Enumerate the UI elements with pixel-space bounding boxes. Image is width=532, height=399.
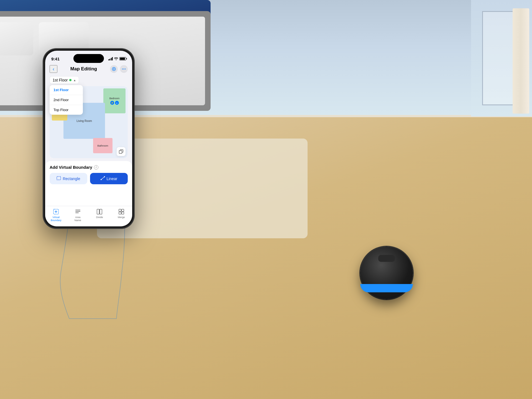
area-name-icon <box>75 208 81 215</box>
robot-stripe <box>360 284 413 292</box>
svg-rect-17 <box>122 212 124 214</box>
floor-option-2[interactable]: 2nd Floor <box>50 95 83 105</box>
virtual-boundary-tab-label: VirtualBoundary <box>51 216 62 222</box>
map-copy-button[interactable] <box>117 147 126 156</box>
robot-status-icon: ⚡ <box>110 101 114 105</box>
add-button[interactable] <box>110 65 118 73</box>
robot-body <box>360 247 413 299</box>
status-icons <box>108 57 126 61</box>
merge-tab-label: Merge <box>118 216 125 219</box>
nav-title: Map Editing <box>70 66 97 72</box>
bed-pillow-left <box>0 22 33 55</box>
bedroom-label: Bedroom <box>109 97 120 100</box>
svg-rect-10 <box>75 211 80 212</box>
living-room-label: Living Room <box>76 119 92 122</box>
svg-rect-16 <box>119 212 121 214</box>
tab-area-name[interactable]: AreaName <box>70 208 86 222</box>
phone-screen: 9:41 <box>45 51 132 226</box>
floor-option-3[interactable]: Top Floor <box>50 105 83 115</box>
svg-rect-4 <box>119 150 122 154</box>
tab-bar: VirtualBoundary AreaName <box>45 206 132 226</box>
svg-point-2 <box>123 69 124 70</box>
svg-rect-5 <box>57 177 61 180</box>
tab-virtual-boundary[interactable]: VirtualBoundary <box>48 208 64 222</box>
floor-option-1[interactable]: 1st Floor <box>50 85 83 95</box>
boundary-title-text: Add Virtual Boundary <box>50 165 92 170</box>
location-icon: ● <box>116 102 117 104</box>
wifi-icon <box>114 57 118 61</box>
floor-status-dot <box>69 79 71 81</box>
add-virtual-boundary-title: Add Virtual Boundary i <box>50 165 128 170</box>
boundary-buttons: Rectangle Linear <box>50 173 128 184</box>
phone-mockup: 9:41 <box>43 48 134 229</box>
svg-rect-14 <box>119 209 121 211</box>
floor-dropdown: 1st Floor 2nd Floor Top Floor <box>50 85 83 115</box>
robot-marker: ● <box>115 101 119 105</box>
rectangle-label: Rectangle <box>63 177 80 181</box>
svg-rect-9 <box>75 210 80 210</box>
svg-point-3 <box>125 69 126 70</box>
nav-bar: ‹ Map Editing <box>45 63 132 75</box>
window-area <box>471 0 532 116</box>
dynamic-island <box>73 54 104 63</box>
info-icon: i <box>94 165 98 170</box>
bottom-panel: Add Virtual Boundary i Rectangle <box>45 161 132 206</box>
merge-icon <box>118 208 125 215</box>
rectangle-icon <box>57 176 61 181</box>
phone-content: 9:41 <box>45 51 132 226</box>
nav-actions <box>110 65 128 73</box>
linear-button[interactable]: Linear <box>90 173 128 184</box>
rectangle-button[interactable]: Rectangle <box>50 173 87 184</box>
virtual-boundary-icon <box>53 208 59 215</box>
bathroom-label: Bathroom <box>97 144 108 147</box>
linear-label: Linear <box>107 177 117 181</box>
linear-icon <box>101 176 105 181</box>
svg-point-7 <box>104 176 105 177</box>
floor-selector-wrapper: 1st Floor ▲ 1st Floor 2nd Floor Top Floo… <box>45 75 132 86</box>
svg-rect-11 <box>75 213 79 213</box>
battery-icon <box>119 57 126 60</box>
divide-tab-label: Divide <box>96 216 103 219</box>
floor-selector-button[interactable]: 1st Floor ▲ <box>50 76 79 84</box>
robot-lidar <box>378 255 395 262</box>
divide-icon <box>96 208 103 215</box>
svg-rect-15 <box>122 209 124 211</box>
signal-bars-icon <box>108 57 113 60</box>
tab-divide[interactable]: Divide <box>91 208 108 222</box>
svg-rect-13 <box>100 209 102 214</box>
chevron-up-icon: ▲ <box>73 79 76 82</box>
lightning-icon: ⚡ <box>111 102 114 104</box>
area-name-tab-label: AreaName <box>75 216 81 222</box>
tab-merge[interactable]: Merge <box>113 208 130 222</box>
svg-rect-12 <box>97 209 99 214</box>
floor-selector-label: 1st Floor <box>53 78 68 82</box>
svg-point-6 <box>101 179 102 180</box>
curtain <box>513 8 529 114</box>
more-button[interactable] <box>120 65 128 73</box>
room-bathroom: Bathroom <box>93 138 112 153</box>
back-button[interactable]: ‹ <box>50 65 57 73</box>
status-time: 9:41 <box>51 57 60 61</box>
phone-outer: 9:41 <box>43 48 134 229</box>
room-bedroom: Bedroom ⚡ ● <box>103 88 126 113</box>
svg-point-1 <box>122 69 123 70</box>
robot-vacuum <box>360 247 416 302</box>
